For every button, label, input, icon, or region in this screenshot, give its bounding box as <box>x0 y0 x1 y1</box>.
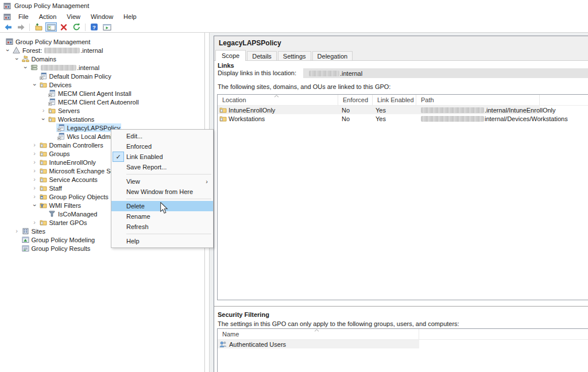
menu-separator <box>126 199 211 199</box>
chevron-open-icon[interactable]: › <box>22 64 29 71</box>
checkmark-icon: ✓ <box>113 152 124 162</box>
sort-ascending-icon <box>314 329 319 332</box>
context-menu: Edit...Enforced✓Link EnabledSave Report.… <box>111 129 214 248</box>
results-icon <box>22 245 29 252</box>
security-filtering-table: Name Authenticated Users <box>217 328 588 372</box>
chevron-closed-icon[interactable]: › <box>31 176 38 183</box>
column-header-name[interactable]: Name <box>218 329 419 339</box>
tab-settings[interactable]: Settings <box>278 51 311 61</box>
context-menu-item-save-report[interactable]: Save Report... <box>111 162 213 172</box>
tree-item-mecm-client-agent-install[interactable]: MECM Client Agent Install <box>0 89 204 98</box>
context-menu-item-enforced[interactable]: Enforced <box>111 141 213 152</box>
app-icon <box>3 2 11 10</box>
security-filtering-row[interactable]: Authenticated Users <box>218 340 419 348</box>
tab-delegation[interactable]: Delegation <box>312 51 353 61</box>
menu-file[interactable]: File <box>13 12 34 21</box>
column-header-enforced[interactable]: Enforced <box>338 95 373 105</box>
delete-button[interactable] <box>58 22 69 32</box>
context-menu-item-view[interactable]: View› <box>111 176 213 187</box>
context-menu-item-edit[interactable]: Edit... <box>111 131 213 141</box>
domain-icon <box>30 64 38 71</box>
up-one-level-button[interactable] <box>33 22 44 32</box>
tab-scope[interactable]: Scope <box>215 50 246 61</box>
back-button[interactable] <box>2 22 14 32</box>
starter-folder-icon <box>40 219 47 226</box>
context-menu-item-link-enabled[interactable]: ✓Link Enabled <box>111 152 213 162</box>
chevron-closed-icon[interactable]: › <box>31 168 38 174</box>
redacted-domain <box>309 71 339 76</box>
menu-view[interactable]: View <box>61 12 86 21</box>
tree-item-domain[interactable]: ›Forest: .internal <box>0 46 204 55</box>
tree-item-label: Sites <box>32 228 45 235</box>
toolbar-separator <box>29 24 30 31</box>
context-menu-item-refresh[interactable]: Refresh <box>111 222 213 232</box>
ou-icon <box>40 81 47 88</box>
tree-item-domains[interactable]: ›Domains <box>0 55 204 63</box>
tree-item-label: Service Accounts <box>49 176 98 183</box>
linked-ou-icon <box>219 115 227 122</box>
show-action-pane-button[interactable] <box>101 22 113 32</box>
column-header-link-enabled[interactable]: Link Enabled <box>373 95 416 105</box>
column-header-path[interactable]: Path <box>416 95 540 105</box>
chevron-closed-icon[interactable]: › <box>31 159 38 165</box>
tree-item-label: Domains <box>32 56 56 63</box>
context-menu-item-label: Enforced <box>126 143 152 150</box>
domains-icon <box>22 55 29 63</box>
context-menu-item-help[interactable]: Help <box>111 236 213 246</box>
forward-button[interactable] <box>15 22 26 32</box>
column-header-location[interactable]: Location <box>218 95 338 105</box>
tree-item-domain[interactable]: ›.internal <box>0 63 204 72</box>
tree-item-servers[interactable]: ›Servers <box>0 106 204 115</box>
chevron-closed-icon[interactable]: › <box>31 185 38 191</box>
security-principal-name: Authenticated Users <box>227 341 286 348</box>
menu-window[interactable]: Window <box>86 12 118 21</box>
column-header-label: Link Enabled <box>377 96 414 103</box>
mouse-cursor <box>160 202 168 214</box>
chevron-closed-icon[interactable]: › <box>31 142 38 148</box>
chevron-open-icon[interactable]: › <box>32 202 38 209</box>
tree-item-label: IsCoManaged <box>58 211 98 218</box>
chevron-open-icon[interactable]: › <box>14 55 20 63</box>
toolbar-separator <box>85 24 86 31</box>
chevron-open-icon[interactable]: › <box>40 115 47 123</box>
security-filtering-heading: Security Filtering <box>218 311 269 318</box>
context-menu-item-new-window-from-here[interactable]: New Window from Here <box>111 187 213 197</box>
menu-help[interactable]: Help <box>118 12 142 21</box>
refresh-icon <box>72 23 81 31</box>
chevron-closed-icon[interactable]: › <box>40 107 47 114</box>
links-table-row[interactable]: IntuneEnrollOnlyNoYes.internal/IntuneEnr… <box>218 106 540 114</box>
tree-item-group-policy-management[interactable]: Group Policy Management <box>0 37 204 46</box>
workspace: Group Policy Management›Forest: .interna… <box>0 33 588 372</box>
linked-ou-icon <box>219 106 227 114</box>
security-table-header: Name <box>218 329 588 340</box>
chevron-open-icon[interactable]: › <box>5 46 11 54</box>
refresh-button[interactable] <box>71 22 82 32</box>
tree-item-mecm-client-cert-autoenroll[interactable]: MECM Client Cert Autoenroll <box>0 98 204 106</box>
ou-icon <box>40 141 47 149</box>
tree-item-label: Groups <box>49 150 70 157</box>
tree-item-label: Microsoft Exchange Secu <box>49 168 121 175</box>
menu-action[interactable]: Action <box>34 12 62 21</box>
tree-item-workstations[interactable]: ›Workstations <box>0 115 204 123</box>
gpmc-app-icon <box>3 13 11 21</box>
chevron-closed-icon[interactable]: › <box>31 150 38 157</box>
chevron-closed-icon[interactable]: › <box>13 228 21 234</box>
tree-item-label: Forest: <box>22 47 44 54</box>
tree-item-default-domain-policy[interactable]: Default Domain Policy <box>0 72 204 80</box>
help-button[interactable]: ? <box>88 22 100 32</box>
tree-item-devices[interactable]: ›Devices <box>0 80 204 89</box>
chevron-closed-icon[interactable]: › <box>31 193 38 200</box>
tree-item-label: Wks Local Admin <box>67 133 115 140</box>
app-icon <box>3 13 11 21</box>
tab-details[interactable]: Details <box>247 51 277 61</box>
display-links-dropdown[interactable]: .internal <box>303 68 588 78</box>
chevron-open-icon[interactable]: › <box>32 81 38 88</box>
section-divider <box>214 306 588 308</box>
tree-item-label: MECM Client Cert Autoenroll <box>58 99 139 106</box>
chevron-closed-icon[interactable]: › <box>31 219 38 226</box>
gpo-link-icon <box>40 72 47 80</box>
submenu-arrow-icon: › <box>206 178 208 185</box>
links-table-row[interactable]: WorkstationsNoYesinternal/Devices/Workst… <box>218 114 540 123</box>
context-menu-item-label: Save Report... <box>126 164 167 170</box>
show-console-tree-button[interactable] <box>45 22 57 32</box>
